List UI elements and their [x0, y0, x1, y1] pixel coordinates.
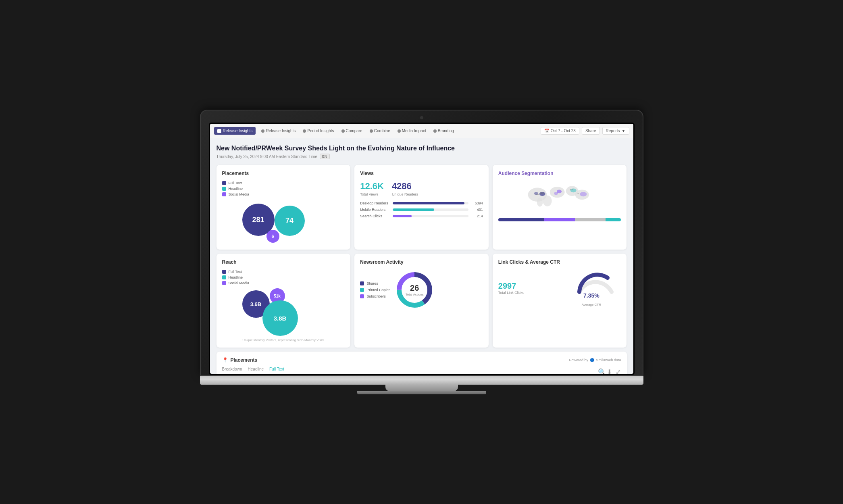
total-link-clicks-label: Total Link Clicks — [498, 291, 558, 295]
download-table-icon[interactable]: ⬇ — [607, 368, 612, 374]
reach-note: Unique Monthly Visitors, representing 3.… — [222, 338, 345, 342]
desktop-bar-track — [393, 202, 468, 204]
audience-seg1 — [498, 218, 544, 221]
desktop-bar-row: Desktop Readers 5394 — [360, 201, 483, 205]
shares-label: Shares — [366, 281, 378, 285]
nav-item-media-impact[interactable]: Media Impact — [394, 127, 429, 135]
ctr-layout: 2997 Total Link Clicks — [498, 270, 621, 306]
similarweb-logo: 🔵 — [590, 358, 594, 362]
reach-bubbles: 3.6B 51k 3.8B — [222, 288, 345, 337]
audience-seg2 — [544, 218, 575, 221]
newsroom-legend-subscribers: Subscribers — [360, 294, 390, 298]
placements-section: 📍 Placements Powered by 🔵 similarweb dat… — [216, 352, 627, 374]
mobile-bar-value: 431 — [471, 208, 483, 212]
share-button[interactable]: Share — [582, 127, 600, 135]
period-insights-nav-icon — [303, 129, 306, 133]
powered-by: Powered by 🔵 similarweb data — [569, 358, 621, 362]
location-icon: 📍 — [222, 357, 228, 363]
tab-fulltext[interactable]: Full Text — [269, 367, 284, 374]
mobile-bar-track — [393, 208, 468, 211]
newsroom-legend-printed: Printed Copies — [360, 288, 390, 292]
search-bar-fill — [393, 215, 412, 217]
bubble-headline: 74 — [275, 206, 305, 236]
laptop-base — [200, 376, 643, 385]
laptop-stand — [385, 385, 458, 391]
total-views-block: 12.6K Total Views — [360, 181, 384, 196]
audience-seg3 — [575, 218, 606, 221]
search-clicks-label: Search Clicks — [360, 214, 390, 218]
reach-legend-social: Social Media — [222, 281, 345, 285]
expand-table-icon[interactable]: ⤢ — [616, 368, 621, 374]
unique-readers-block: 4286 Unique Readers — [392, 181, 418, 196]
newsroom-legend-shares: Shares — [360, 281, 390, 285]
desktop-bar-fill — [393, 202, 464, 204]
headline-label: Headline — [229, 187, 243, 191]
reach-social-dot — [222, 281, 226, 285]
audience-card: Audience Segmentation — [493, 165, 627, 250]
svg-point-9 — [580, 192, 587, 196]
page-title: New Notified/PRWeek Survey Sheds Light o… — [216, 145, 627, 152]
screen-bezel: Release Insights Release Insights Period… — [209, 123, 635, 375]
svg-point-10 — [543, 196, 552, 206]
placements-legend: Full Text Headline Social Media — [222, 181, 345, 196]
reports-button[interactable]: Reports ▼ — [602, 127, 629, 135]
tab-headline[interactable]: Headline — [248, 367, 264, 374]
subscribers-dot — [360, 294, 364, 298]
legend-item-social: Social Media — [222, 192, 345, 196]
cards-grid-row1: Placements Full Text Headline — [216, 165, 627, 250]
link-clicks-card-title: Link Clicks & Average CTR — [498, 259, 621, 265]
nav-right: 📅 Oct 7 - Oct 23 Share Reports ▼ — [541, 127, 629, 135]
nav-item-branding[interactable]: Branding — [430, 127, 457, 135]
svg-text:CHI: CHI — [577, 193, 579, 194]
nav-brand-label: Release Insights — [223, 129, 253, 133]
reach-social-label: Social Media — [229, 281, 250, 285]
audience-map: CAN USA RUS CHI — [498, 181, 621, 221]
views-numbers: 12.6K Total Views 4286 Unique Readers — [360, 181, 483, 196]
desktop-readers-label: Desktop Readers — [360, 201, 390, 205]
avg-ctr-label: Average CTR — [575, 303, 608, 306]
search-bar-row: Search Clicks 214 — [360, 214, 483, 218]
legend-item-fulltext: Full Text — [222, 181, 345, 185]
reach-fulltext-dot — [222, 270, 226, 274]
tab-breakdown[interactable]: Breakdown — [222, 367, 242, 374]
reach-legend-headline: Headline — [222, 275, 345, 279]
desktop-bar-value: 5394 — [471, 201, 483, 205]
printed-dot — [360, 288, 364, 292]
nav-item-release-insights[interactable]: Release Insights — [258, 127, 299, 135]
donut-label: Total Actions — [406, 293, 424, 296]
nav-item-compare[interactable]: Compare — [338, 127, 366, 135]
social-dot — [222, 192, 226, 196]
reach-legend: Full Text Headline Social Media — [222, 270, 345, 285]
social-label: Social Media — [229, 192, 250, 196]
nav-item-period-insights[interactable]: Period Insights — [300, 127, 337, 135]
ctr-left: 2997 Total Link Clicks — [498, 281, 558, 295]
mobile-readers-label: Mobile Readers — [360, 208, 390, 212]
placements-card: Placements Full Text Headline — [216, 165, 351, 250]
nav-item-combine[interactable]: Combine — [366, 127, 393, 135]
combine-nav-icon — [370, 129, 373, 133]
camera-dot — [420, 116, 423, 119]
total-link-clicks-value: 2997 — [498, 281, 558, 291]
nav-brand[interactable]: Release Insights — [214, 127, 256, 135]
total-views-value: 12.6K — [360, 181, 384, 192]
unique-readers-label: Unique Readers — [392, 192, 418, 196]
release-insights-nav-icon — [261, 129, 264, 133]
placements-section-header: 📍 Placements Powered by 🔵 similarweb dat… — [222, 357, 621, 363]
shares-dot — [360, 281, 364, 285]
laptop-top: Release Insights Release Insights Period… — [200, 110, 643, 376]
reach-fulltext-label: Full Text — [229, 270, 242, 274]
fulltext-dot — [222, 181, 226, 185]
views-bars: Desktop Readers 5394 Mobile Readers — [360, 201, 483, 218]
avg-ctr-value: 7.35% — [583, 292, 599, 299]
mobile-bar-row: Mobile Readers 431 — [360, 208, 483, 212]
newsroom-card-title: Newsroom Activity — [360, 259, 483, 265]
subscribers-label: Subscribers — [366, 294, 386, 298]
date-range-button[interactable]: 📅 Oct 7 - Oct 23 — [541, 127, 579, 135]
link-clicks-card: Link Clicks & Average CTR 2997 Total Lin… — [493, 254, 627, 348]
navbar: Release Insights Release Insights Period… — [210, 124, 633, 138]
lang-badge: EN — [320, 154, 330, 159]
search-bar-value: 214 — [471, 214, 483, 218]
search-table-icon[interactable]: 🔍 — [598, 368, 604, 374]
branding-nav-icon — [433, 129, 437, 133]
audience-card-title: Audience Segmentation — [498, 171, 621, 176]
